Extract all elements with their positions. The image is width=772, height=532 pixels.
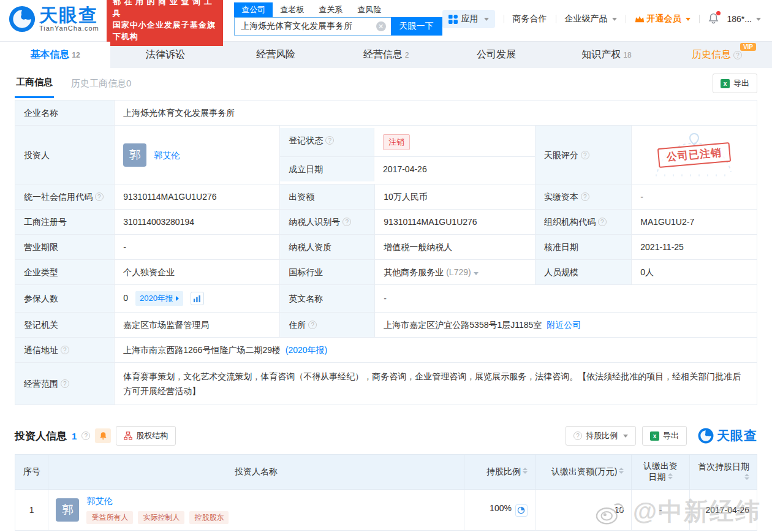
investors-count: 1: [72, 431, 77, 441]
tab-business-info[interactable]: 经营信息2: [331, 42, 441, 68]
tab-history-info[interactable]: 历史信息VIP: [662, 42, 772, 68]
reg-number-value: 310114003280194: [115, 210, 280, 235]
tab-basic-info[interactable]: 基本信息12: [0, 42, 110, 68]
field-label: 国标行业: [280, 260, 375, 285]
pie-chart-icon[interactable]: [515, 504, 528, 517]
tag-controlling-shareholder[interactable]: 控股股东: [189, 511, 229, 524]
col-ratio[interactable]: 持股比例: [464, 455, 535, 490]
notifications-bell[interactable]: [708, 13, 719, 26]
tab-company-development[interactable]: 公司发展: [441, 42, 551, 68]
search-tabs: 查公司 查老板 查关系 查风险: [234, 2, 442, 17]
col-subscribed-amount[interactable]: 认缴出资额(万元): [535, 455, 631, 490]
investor-name-link[interactable]: 郭艾伦: [86, 496, 112, 506]
col-first-holding-date-label: 首次持股日期: [698, 462, 749, 471]
business-term-value: -: [115, 235, 280, 260]
divider: [556, 15, 556, 23]
nav-cooperation[interactable]: 商务合作: [513, 13, 547, 25]
reg-authority-value: 嘉定区市场监督管理局: [115, 313, 280, 338]
avatar[interactable]: 郭: [56, 498, 79, 522]
tab-legal[interactable]: 法律诉讼: [110, 42, 221, 68]
business-scope-value: 体育赛事策划，文化艺术交流策划，体育咨询（不得从事经纪），商务咨询，企业管理咨询…: [115, 363, 757, 405]
export-label: 导出: [733, 78, 749, 89]
tab-label: 知识产权: [581, 48, 621, 61]
business-scope-label: 经营范围: [24, 379, 58, 389]
nav-enterprise-label: 企业级产品: [565, 13, 608, 25]
tab-operating-risk[interactable]: 经营风险: [221, 42, 331, 68]
search-tab-company[interactable]: 查公司: [234, 2, 273, 17]
sort-icon: [619, 468, 624, 474]
tab-label: 经营信息: [363, 48, 403, 61]
industry-code: (L729): [446, 267, 471, 277]
help-icon: [81, 431, 90, 440]
table-row: 工商注册号 310114003280194 纳税人识别号 91310114MA1…: [15, 210, 757, 235]
annual-report-label: 2020年报: [140, 292, 173, 305]
search-button[interactable]: 天眼一下: [391, 17, 442, 36]
equity-structure-button[interactable]: 股权结构: [116, 426, 176, 446]
subtab-history-registration[interactable]: 历史工商信息0: [70, 70, 132, 97]
field-label: 英文名称: [280, 285, 375, 313]
crown-icon: [635, 15, 645, 23]
col-subscribed-date[interactable]: 认缴出资日期: [632, 455, 689, 490]
status-badge: 注销: [383, 134, 410, 150]
export-investors-label: 导出: [663, 430, 679, 441]
annual-report-chip[interactable]: 2020年报: [135, 291, 183, 306]
investors-table: 序号 投资人名称 持股比例 认缴出资额(万元) 认缴出资日期 首次持股日期 1 …: [15, 454, 757, 531]
export-button[interactable]: 导出: [713, 74, 757, 93]
table-row: 营业期限 - 纳税人资质 增值税一般纳税人 核准日期 2021-11-25: [15, 235, 757, 260]
nearby-companies-link[interactable]: 附近公司: [547, 320, 581, 330]
chevron-down-icon: [612, 18, 617, 21]
annual-report-link[interactable]: (2020年报): [286, 345, 327, 355]
nav-enterprise[interactable]: 企业级产品: [565, 13, 617, 25]
sort-icon: [668, 473, 673, 479]
table-row: 经营范围 体育赛事策划，文化艺术交流策划，体育咨询（不得从事经纪），商务咨询，企…: [15, 363, 757, 405]
nav-apps-label: 应用: [461, 13, 479, 25]
help-icon: [308, 321, 317, 329]
trend-chart-icon[interactable]: [191, 292, 204, 305]
investor-name-link[interactable]: 郭艾伦: [154, 149, 180, 161]
staff-size-value: 0人: [632, 260, 757, 285]
tianyancha-logo[interactable]: 天眼查 TianYanCha.com: [9, 6, 99, 32]
table-row: 企业类型 个人独资企业 国标行业 其他商务服务业 (L729) 人员规模 0人: [15, 260, 757, 285]
ratio-cell: 100%: [464, 490, 535, 531]
col-ratio-label: 持股比例: [486, 466, 521, 476]
search-input[interactable]: [234, 17, 390, 36]
divider: [699, 15, 700, 23]
clear-search-icon[interactable]: ✕: [376, 21, 386, 31]
investors-title: 投资人信息: [15, 429, 67, 443]
field-label: 通信地址: [15, 338, 115, 363]
main-tab-bar: 基本信息12 法律诉讼 经营风险 经营信息2 公司发展 知识产权18 历史信息V…: [0, 41, 772, 68]
tag-beneficial-owner[interactable]: 受益所有人: [86, 511, 133, 524]
nav-account[interactable]: 186*...: [727, 14, 761, 24]
promo-line2: 国家中小企业发展子基金旗下机构: [113, 19, 217, 42]
col-first-holding-date[interactable]: 首次持股日期: [689, 455, 757, 490]
org-code-label: 组织机构代码: [544, 217, 596, 227]
search-tab-risk[interactable]: 查风险: [350, 2, 388, 17]
paid-capital-value: -: [632, 184, 757, 210]
tianyancha-brand-mark: 天眼查: [698, 427, 757, 444]
avatar[interactable]: 郭: [123, 143, 146, 167]
reg-status-label: 登记状态: [289, 135, 323, 145]
help-icon: [581, 151, 589, 159]
subtab-business-registration[interactable]: 工商信息: [15, 69, 54, 98]
tab-intellectual-property[interactable]: 知识产权18: [551, 42, 662, 68]
chevron-down-icon: [756, 18, 761, 21]
search-tab-relation[interactable]: 查关系: [311, 2, 350, 17]
table-row: 登记机关 嘉定区市场监督管理局 住所 上海市嘉定区沪宜公路5358号1层J118…: [15, 313, 757, 338]
ratio-value: 100%: [490, 503, 512, 513]
shareholding-ratio-button[interactable]: 持股比例: [566, 426, 636, 446]
monitor-bell-button[interactable]: [95, 428, 111, 443]
industry-value[interactable]: 其他商务服务业 (L729): [375, 260, 535, 285]
investor-cell: 郭 郭艾伦: [115, 126, 280, 184]
tag-actual-controller[interactable]: 实际控制人: [138, 511, 184, 524]
nav-open-vip[interactable]: 开通会员: [635, 13, 691, 25]
field-label: 营业期限: [15, 235, 115, 260]
address-text: 上海市嘉定区沪宜公路5358号1层J1185室: [384, 320, 542, 330]
chevron-down-icon: [484, 18, 489, 21]
tyc-score-label: 天眼评分: [544, 150, 578, 160]
tab-count: 18: [623, 51, 631, 59]
nav-apps[interactable]: 应用: [442, 10, 495, 28]
export-investors-button[interactable]: 导出: [642, 426, 687, 446]
col-index: 序号: [15, 455, 48, 490]
help-icon: [581, 192, 589, 201]
search-tab-boss[interactable]: 查老板: [273, 2, 311, 17]
